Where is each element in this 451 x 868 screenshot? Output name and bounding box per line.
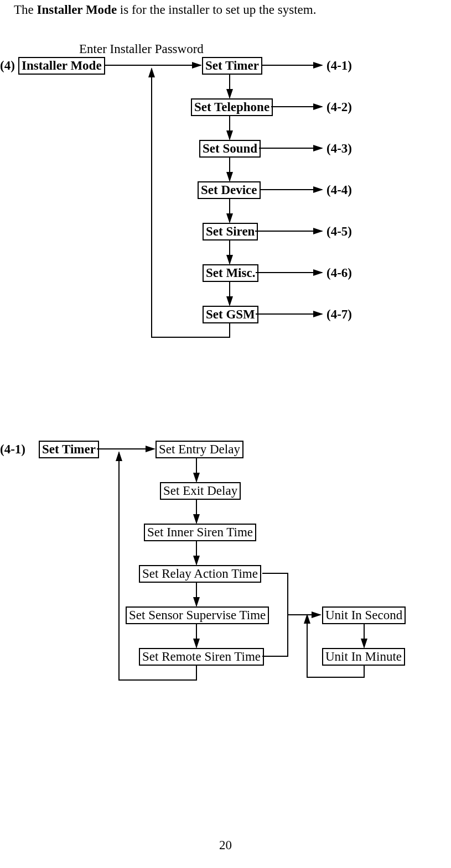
- page: The Installer Mode is for the installer …: [0, 0, 451, 868]
- page-number: 20: [0, 838, 451, 853]
- flow-arrows: [0, 0, 451, 868]
